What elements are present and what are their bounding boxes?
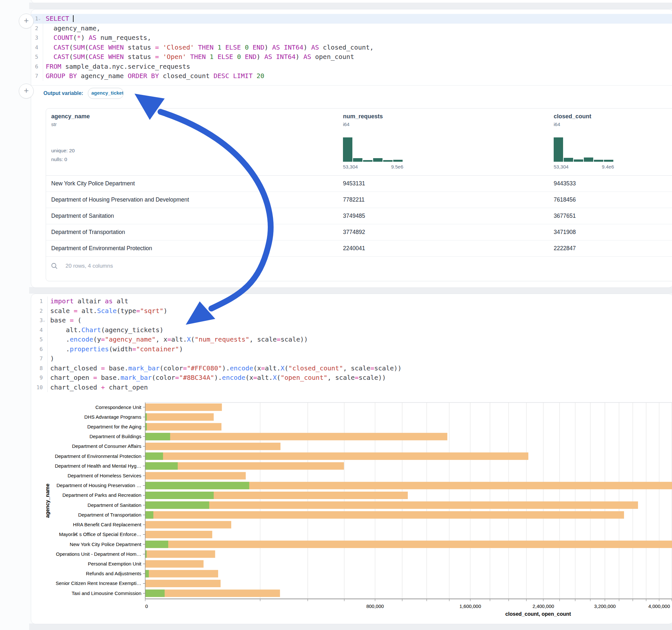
table-row[interactable]: Department of Sanitation37494853677651 — [46, 208, 672, 224]
line-number: 3⌄ — [31, 316, 48, 325]
output-variable-pill[interactable]: agency_tickets — [88, 88, 123, 99]
search-icon[interactable] — [51, 262, 58, 270]
bar-closed[interactable] — [145, 511, 624, 518]
x-axis-tick-label: 3,200,000 — [594, 603, 616, 609]
code-text: agency_name, — [43, 24, 100, 33]
bar-closed[interactable] — [145, 570, 218, 578]
code-line[interactable]: 1import altair as alt — [31, 296, 672, 306]
code-line[interactable]: 2 agency_name, — [31, 24, 672, 33]
python-code-editor[interactable]: 1import altair as alt2scale = alt.Scale(… — [31, 296, 672, 392]
y-axis-label: Correspondence Unit — [95, 405, 142, 410]
code-line[interactable]: 8chart_closed = base.mark_bar(color="#FF… — [31, 364, 672, 373]
bar-closed[interactable] — [145, 550, 215, 558]
code-line[interactable]: 4 alt.Chart(agency_tickets) — [31, 325, 672, 335]
code-text: chart_open = base.mark_bar(color="#8BC34… — [48, 373, 386, 383]
y-axis-label: Department of Sanitation — [88, 502, 141, 508]
bar-closed[interactable] — [145, 589, 280, 597]
code-line[interactable]: 7) — [31, 354, 672, 364]
code-text: chart_closed = base.mark_bar(color="#FFC… — [48, 364, 402, 373]
bar-closed[interactable] — [145, 560, 203, 568]
line-number: 4 — [31, 325, 48, 335]
bar-open[interactable] — [145, 589, 165, 597]
column-header-num_requests[interactable]: num_requestsi6453,3049.5e6 — [338, 108, 549, 175]
code-text: .properties(width="container") — [48, 344, 183, 354]
y-axis-label: Personal Exemption Unit — [88, 561, 142, 566]
code-text: scale = alt.Scale(type="sqrt") — [48, 306, 167, 316]
bar-open[interactable] — [145, 423, 147, 430]
y-axis-label: New York City Police Department — [70, 541, 142, 547]
code-line[interactable]: 7GROUP BY agency_name ORDER BY closed_co… — [31, 71, 672, 81]
column-histogram: 53,3049.4e6 — [554, 137, 614, 169]
sql-code-editor[interactable]: 1⌄SELECT 2 agency_name,3 COUNT(*) AS num… — [31, 14, 672, 81]
code-line[interactable]: 3⌄base = ( — [31, 316, 672, 325]
code-line[interactable]: 2scale = alt.Scale(type="sqrt") — [31, 306, 672, 316]
table-row[interactable]: Department of Environmental Protection22… — [46, 240, 672, 257]
code-line[interactable]: 5 CAST(SUM(CASE WHEN status = 'Open' THE… — [31, 52, 672, 62]
column-histogram: 53,3049.5e6 — [343, 137, 403, 169]
column-header-agency_name[interactable]: agency_namestrunique: 20nulls: 0 — [46, 108, 338, 175]
y-axis-label: Senior Citizen Rent Increase Exempti… — [56, 580, 141, 586]
bar-open[interactable] — [145, 413, 147, 421]
y-axis-label: Department for the Aging — [87, 424, 141, 429]
code-line[interactable]: 1⌄SELECT — [31, 14, 672, 24]
bar-closed[interactable] — [145, 453, 528, 460]
bar-open[interactable] — [145, 540, 168, 548]
bar-closed[interactable] — [145, 501, 638, 509]
code-fold-chevron-icon[interactable]: ⌄ — [38, 14, 43, 24]
code-line[interactable]: 5 .encode(y="agency_name", x=alt.X("num_… — [31, 335, 672, 344]
bar-open[interactable] — [145, 462, 178, 469]
bar-open[interactable] — [145, 492, 214, 499]
code-line[interactable]: 6 .properties(width="container") — [31, 344, 672, 354]
code-line[interactable]: 6FROM sample_data.nyc.service_requests — [31, 62, 672, 72]
bar-closed[interactable] — [145, 531, 212, 538]
sql-cell-card: 1⌄SELECT 2 agency_name,3 COUNT(*) AS num… — [31, 9, 672, 288]
table-row[interactable]: Department of Transportation377489234719… — [46, 224, 672, 240]
bar-closed[interactable] — [145, 413, 214, 421]
bar-closed[interactable] — [145, 580, 220, 587]
altair-bar-chart: Correspondence UnitDHS Advantage Program… — [0, 398, 672, 626]
line-number: 3 — [31, 33, 43, 43]
table-row[interactable]: New York City Police Department945313194… — [46, 176, 672, 192]
line-number: 7 — [31, 71, 43, 81]
code-text: GROUP BY agency_name ORDER BY closed_cou… — [43, 71, 264, 81]
output-variable-label: Output variable: — [44, 91, 83, 96]
line-number: 2 — [31, 306, 48, 316]
bar-closed[interactable] — [145, 540, 672, 548]
code-line[interactable]: 9chart_open = base.mark_bar(color="#8BC3… — [31, 373, 672, 383]
add-cell-button[interactable]: + — [19, 14, 34, 28]
y-axis-label: HRA Benefit Card Replacement — [73, 522, 142, 527]
bar-closed[interactable] — [145, 521, 231, 529]
bar-open[interactable] — [145, 433, 170, 440]
bar-open[interactable] — [145, 570, 149, 578]
bar-closed[interactable] — [145, 472, 246, 480]
y-axis-label: Department of Housing Preservation … — [56, 483, 141, 488]
y-axis-label: Mayorâ€ s Office of Special Enforce… — [59, 532, 141, 537]
code-text: FROM sample_data.nyc.service_requests — [43, 62, 190, 72]
bar-open[interactable] — [145, 501, 209, 509]
code-text: base = ( — [48, 316, 81, 325]
row-column-count: 20 rows, 4 columns — [66, 263, 113, 269]
y-axis-label: Department of Consumer Affairs — [72, 443, 141, 449]
code-text: ) — [48, 354, 54, 364]
notebook-page: { "colors": { "accent_blue": "#1e6ca3", … — [0, 0, 672, 630]
bar-closed[interactable] — [145, 443, 281, 450]
x-axis-tick-label: 0 — [145, 603, 148, 609]
line-number: 1 — [31, 296, 48, 306]
code-line[interactable]: 3 COUNT(*) AS num_requests, — [31, 33, 672, 43]
code-line[interactable]: 4 CAST(SUM(CASE WHEN status = 'Closed' T… — [31, 43, 672, 52]
code-line[interactable]: 10chart_closed + chart_open — [31, 383, 672, 392]
bar-open[interactable] — [145, 453, 163, 460]
bar-closed[interactable] — [145, 404, 222, 411]
bar-open[interactable] — [145, 511, 153, 518]
add-cell-button[interactable]: + — [19, 83, 34, 98]
line-number: 8 — [31, 364, 48, 373]
table-row[interactable]: Department of Housing Preservation and D… — [46, 192, 672, 208]
column-header-closed_count[interactable]: closed_counti6453,3049.4e6 — [549, 108, 672, 175]
code-fold-chevron-icon[interactable]: ⌄ — [43, 316, 47, 325]
line-number: 7 — [31, 354, 48, 364]
y-axis-label: Department of Environmental Protection — [55, 453, 141, 459]
bar-open[interactable] — [145, 482, 249, 489]
x-axis-tick-label: 1,600,000 — [459, 603, 481, 609]
bar-closed[interactable] — [145, 433, 447, 440]
bar-closed[interactable] — [145, 423, 221, 430]
